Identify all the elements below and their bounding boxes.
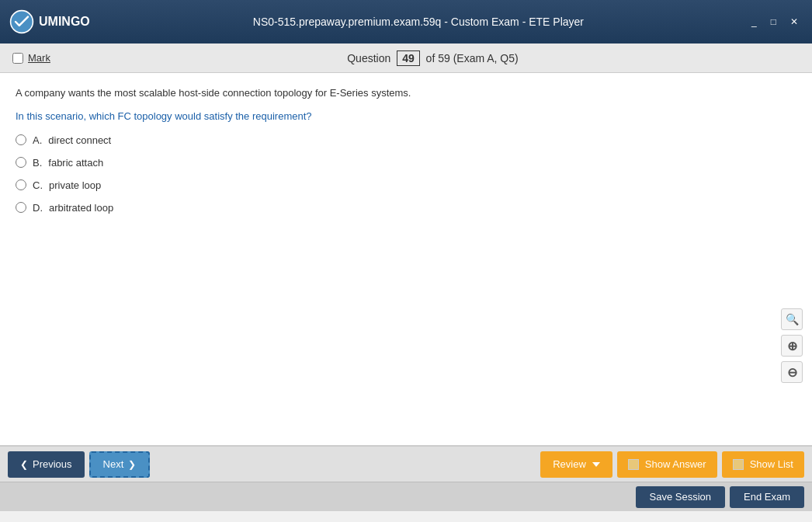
maximize-button[interactable]: □	[766, 15, 781, 29]
next-button[interactable]: Next	[89, 451, 151, 478]
next-chevron-icon	[128, 458, 136, 470]
option-b-radio[interactable]	[16, 157, 26, 168]
mark-checkbox-label[interactable]: Mark	[12, 52, 50, 64]
option-b-letter: B.	[33, 157, 42, 169]
question-number-area: Question 49 of 59 (Exam A, Q5)	[66, 50, 800, 66]
option-a-radio[interactable]	[16, 134, 26, 145]
app-name-label: UMINGO	[39, 15, 90, 29]
question-header: Mark Question 49 of 59 (Exam A, Q5)	[0, 44, 812, 73]
search-icon: 🔍	[786, 313, 799, 325]
option-c-text: private loop	[49, 179, 101, 191]
mark-checkbox[interactable]	[12, 53, 23, 64]
bottom-actions: Save Session End Exam	[0, 482, 812, 511]
end-exam-label: End Exam	[744, 491, 790, 503]
question-number: 49	[397, 50, 420, 66]
save-session-label: Save Session	[650, 491, 712, 503]
show-answer-checkbox-icon	[628, 459, 639, 470]
previous-label: Previous	[33, 458, 72, 470]
option-d-radio[interactable]	[16, 202, 26, 213]
review-dropdown-icon	[592, 462, 600, 467]
list-item: B. fabric attach	[16, 157, 796, 169]
option-a-text: direct connect	[48, 134, 111, 146]
question-scenario: In this scenario, which FC topology woul…	[16, 110, 796, 122]
option-d-text: arbitrated loop	[49, 202, 113, 214]
minimize-button[interactable]: _	[747, 15, 762, 29]
show-list-label: Show List	[750, 458, 793, 470]
next-label: Next	[103, 458, 124, 470]
show-answer-label: Show Answer	[645, 458, 706, 470]
question-of-label: of 59 (Exam A, Q5)	[426, 52, 519, 64]
show-answer-button[interactable]: Show Answer	[617, 451, 717, 478]
option-c-radio[interactable]	[16, 179, 26, 190]
close-button[interactable]: ✕	[786, 15, 803, 29]
mark-label[interactable]: Mark	[28, 52, 50, 64]
zoom-out-button[interactable]: ⊖	[781, 361, 803, 383]
question-text: A company wants the most scalable host-s…	[16, 85, 796, 101]
option-a-letter: A.	[33, 134, 42, 146]
answer-options: A. direct connect B. fabric attach C. pr…	[16, 134, 796, 214]
question-label: Question	[347, 52, 390, 64]
bottom-nav: Previous Next Review Show Answer Show Li…	[0, 446, 812, 482]
side-tools: 🔍 ⊕ ⊖	[781, 308, 803, 383]
show-list-button[interactable]: Show List	[722, 451, 804, 478]
end-exam-button[interactable]: End Exam	[730, 486, 804, 508]
list-item: C. private loop	[16, 179, 796, 191]
search-tool-button[interactable]: 🔍	[781, 308, 803, 330]
zoom-in-button[interactable]: ⊕	[781, 335, 803, 357]
titlebar-title: NS0-515.prepaway.premium.exam.59q - Cust…	[253, 16, 584, 28]
list-item: A. direct connect	[16, 134, 796, 146]
option-b-text: fabric attach	[48, 157, 103, 169]
save-session-button[interactable]: Save Session	[636, 486, 726, 508]
window-controls[interactable]: _ □ ✕	[747, 15, 803, 29]
review-button[interactable]: Review	[540, 451, 612, 478]
titlebar: UMINGO NS0-515.prepaway.premium.exam.59q…	[0, 0, 812, 44]
main-content: A company wants the most scalable host-s…	[0, 73, 812, 446]
show-list-checkbox-icon	[733, 459, 744, 470]
zoom-out-icon: ⊖	[787, 365, 797, 380]
prev-chevron-icon	[20, 458, 28, 470]
list-item: D. arbitrated loop	[16, 202, 796, 214]
option-d-letter: D.	[33, 202, 43, 214]
previous-button[interactable]: Previous	[8, 451, 85, 478]
review-label: Review	[553, 458, 586, 470]
option-c-letter: C.	[33, 179, 43, 191]
vumingo-logo-icon	[9, 9, 34, 34]
app-logo: UMINGO	[9, 9, 90, 34]
zoom-in-icon: ⊕	[787, 339, 797, 353]
